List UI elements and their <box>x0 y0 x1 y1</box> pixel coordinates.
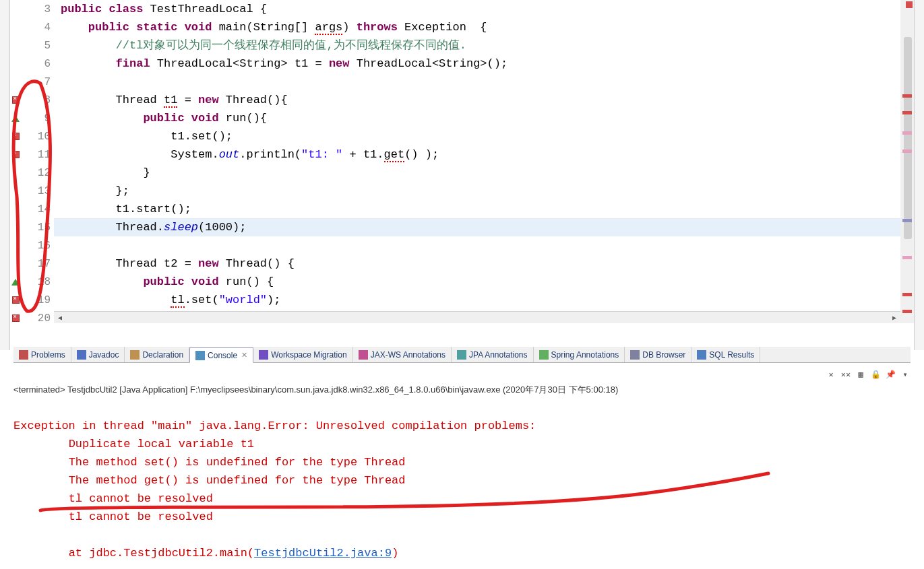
code-line[interactable] <box>54 236 914 255</box>
clear-console-button[interactable]: ▦ <box>855 369 866 380</box>
code-token: Thread. <box>61 221 164 234</box>
scroll-left-icon[interactable]: ◀ <box>54 312 66 323</box>
error-marker-icon[interactable] <box>10 309 21 323</box>
tab-spring-annotations[interactable]: Spring Annotations <box>534 347 625 362</box>
line-number[interactable]: 15 <box>10 218 54 236</box>
code-line[interactable]: tl.set("world"); <box>54 291 914 309</box>
error-marker-icon[interactable] <box>10 91 21 109</box>
code-token <box>61 294 171 306</box>
code-line[interactable]: System.out.println("t1: " + t1.get() ); <box>54 145 914 164</box>
tab-label: JPA Annotations <box>469 350 528 360</box>
line-number[interactable]: 6 <box>10 55 54 73</box>
error-marker-icon[interactable] <box>10 291 21 309</box>
overview-error-mark[interactable] <box>902 94 912 98</box>
overview-error-mark[interactable] <box>902 131 912 135</box>
code-area[interactable]: public class TestThreadLocal { public st… <box>54 0 914 323</box>
code-line[interactable]: public static void main(String[] args) t… <box>54 18 914 36</box>
line-number[interactable]: 16 <box>10 236 54 255</box>
code-line[interactable]: final ThreadLocal<String> t1 = new Threa… <box>54 55 914 73</box>
line-number[interactable]: 9 <box>10 109 54 127</box>
close-icon[interactable]: ✕ <box>241 351 247 360</box>
code-line[interactable]: } <box>54 164 914 182</box>
code-token <box>61 112 143 125</box>
stacktrace-link[interactable]: TestjdbcUtil2.java:9 <box>254 547 392 560</box>
code-token: = <box>177 94 198 106</box>
code-token: throws <box>357 21 398 34</box>
scroll-right-icon[interactable]: ▶ <box>888 312 900 323</box>
tab-label: Declaration <box>142 350 183 360</box>
code-line[interactable]: Thread t1 = new Thread(){ <box>54 91 914 109</box>
tab-console[interactable]: Console✕ <box>189 347 253 363</box>
overview-error-mark[interactable] <box>902 310 912 313</box>
error-marker-icon[interactable] <box>10 127 21 145</box>
horizontal-scrollbar[interactable]: ◀ ▶ <box>54 311 900 323</box>
overview-slider[interactable] <box>904 37 912 239</box>
sql-icon <box>697 350 706 360</box>
code-line[interactable]: t1.set(); <box>54 127 914 145</box>
tab-javadoc[interactable]: Javadoc <box>71 347 125 362</box>
tab-declaration[interactable]: Declaration <box>125 347 189 362</box>
line-number[interactable]: 3 <box>10 0 54 18</box>
display-selected-dropdown[interactable]: ▾ <box>900 369 911 380</box>
error-marker-icon[interactable] <box>10 145 21 164</box>
overview-error-mark[interactable] <box>902 149 912 153</box>
overview-ruler[interactable] <box>900 0 914 323</box>
console-line: Exception in thread "main" java.lang.Err… <box>13 420 543 432</box>
line-number[interactable]: 12 <box>10 164 54 182</box>
code-line[interactable] <box>54 73 914 91</box>
warning-marker-icon[interactable] <box>10 273 21 291</box>
line-number[interactable]: 17 <box>10 255 54 273</box>
overview-error-mark[interactable] <box>902 293 912 296</box>
code-line[interactable]: public void run(){ <box>54 109 914 127</box>
tab-sql-results[interactable]: SQL Results <box>691 347 760 362</box>
line-number[interactable]: 20 <box>10 309 54 323</box>
remove-launch-button[interactable]: ✕ <box>826 369 836 380</box>
tab-jax-ws-annotations[interactable]: JAX-WS Annotations <box>353 347 452 362</box>
error-indicator-icon <box>906 1 913 8</box>
code-line[interactable]: public void run() { <box>54 273 914 291</box>
code-token: TestThreadLocal { <box>143 3 267 15</box>
console-toolbar: ✕ ✕✕ ▦ 🔒 📌 ▾ <box>826 367 911 382</box>
tab-label: Problems <box>31 350 65 360</box>
code-token: (1000); <box>198 221 246 234</box>
line-number[interactable]: 18 <box>10 273 54 291</box>
pin-console-button[interactable]: 📌 <box>885 369 896 380</box>
overview-error-mark[interactable] <box>902 256 912 259</box>
line-number[interactable]: 4 <box>10 18 54 36</box>
jpa-icon <box>457 350 466 360</box>
line-number[interactable]: 8 <box>10 91 54 109</box>
tab-workspace-migration[interactable]: Workspace Migration <box>253 347 353 362</box>
line-number[interactable]: 7 <box>10 73 54 91</box>
code-editor[interactable]: 34567891011121314151617181920 public cla… <box>10 0 914 323</box>
line-number[interactable]: 14 <box>10 200 54 218</box>
overview-error-mark[interactable] <box>902 111 912 114</box>
warning-marker-icon[interactable] <box>10 109 21 127</box>
code-token: "t1: " <box>301 148 342 161</box>
code-line[interactable]: t1.start(); <box>54 200 914 218</box>
line-number[interactable]: 19 <box>10 291 54 309</box>
console-process-header: <terminated> TestjdbcUtil2 [Java Applica… <box>13 384 911 396</box>
console-output[interactable]: Exception in thread "main" java.lang.Err… <box>13 399 911 569</box>
line-number[interactable]: 13 <box>10 182 54 200</box>
code-token: Thread t2 = <box>61 257 198 270</box>
line-number[interactable]: 5 <box>10 36 54 55</box>
tab-problems[interactable]: Problems <box>13 347 71 362</box>
views-tab-strip[interactable]: ProblemsJavadocDeclarationConsole✕Worksp… <box>13 347 911 363</box>
code-token <box>61 39 116 52</box>
code-line[interactable]: Thread t2 = new Thread() { <box>54 255 914 273</box>
declaration-icon <box>130 350 140 360</box>
overview-occurrence-mark[interactable] <box>902 219 912 222</box>
scroll-lock-button[interactable]: 🔒 <box>870 369 881 380</box>
code-line[interactable]: Thread.sleep(1000); <box>54 218 914 236</box>
code-token: System. <box>61 148 219 161</box>
code-line[interactable]: }; <box>54 182 914 200</box>
code-line[interactable]: //tl对象可以为同一个线程保存相同的值,为不同线程保存不同的值. <box>54 36 914 55</box>
tab-db-browser[interactable]: DB Browser <box>625 347 691 362</box>
editor-gutter[interactable]: 34567891011121314151617181920 <box>10 0 54 323</box>
tab-jpa-annotations[interactable]: JPA Annotations <box>452 347 534 362</box>
remove-all-launches-button[interactable]: ✕✕ <box>840 369 851 380</box>
code-line[interactable]: public class TestThreadLocal { <box>54 0 914 18</box>
line-number[interactable]: 10 <box>10 127 54 145</box>
line-number[interactable]: 11 <box>10 145 54 164</box>
code-token: main(String[] <box>212 21 315 34</box>
